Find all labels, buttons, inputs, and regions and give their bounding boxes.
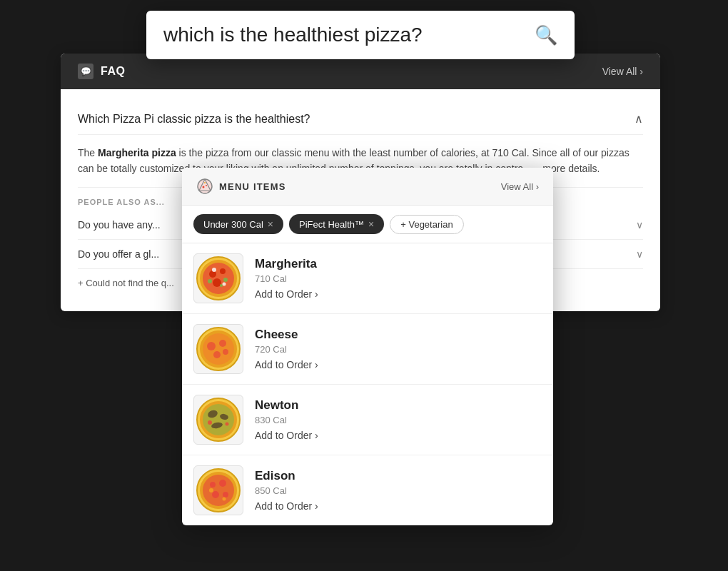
bold-pizza-name: Margherita pizza (98, 147, 176, 158)
filter-pifect-health-label: PiFect Health™ (299, 219, 364, 230)
svg-point-39 (212, 491, 219, 498)
filter-tags-bar: Under 300 Cal × PiFect Health™ × + Veget… (182, 206, 553, 243)
svg-point-19 (203, 333, 234, 365)
menu-dropdown: MENU ITEMS View All › Under 300 Cal × Pi… (182, 168, 553, 525)
pizza-item-cheese[interactable]: Cheese 720 Cal Add to Order › (182, 314, 553, 385)
svg-point-32 (226, 423, 229, 426)
menu-dropdown-header: MENU ITEMS View All › (182, 168, 553, 206)
svg-point-20 (207, 342, 216, 350)
faq-view-all-button[interactable]: View All › (602, 66, 643, 77)
filter-vegetarian-label: + Vegetarian (400, 219, 453, 230)
svg-point-4 (204, 182, 206, 183)
svg-point-37 (210, 482, 216, 487)
svg-point-9 (220, 268, 226, 274)
svg-point-36 (203, 475, 234, 506)
filter-under-300-cal[interactable]: Under 300 Cal × (193, 214, 283, 234)
pizza-cal-margherita: 710 Cal (255, 273, 542, 284)
faq-main-question-text: Which Pizza Pi classic pizza is the heal… (78, 113, 310, 126)
svg-point-14 (212, 268, 216, 272)
pizza-name-cheese: Cheese (255, 328, 542, 342)
svg-point-11 (208, 279, 212, 283)
svg-point-41 (209, 488, 213, 492)
svg-point-42 (223, 497, 226, 501)
pizza-info-margherita: Margherita 710 Cal Add to Order › (255, 257, 542, 300)
add-to-order-margherita[interactable]: Add to Order › (255, 288, 542, 300)
menu-view-all-button[interactable]: View All › (501, 181, 539, 192)
svg-point-31 (208, 420, 212, 425)
pizza-cal-edison: 850 Cal (255, 485, 542, 496)
svg-point-7 (203, 263, 234, 294)
cant-find-text[interactable]: + Could not find the q... (78, 278, 174, 288)
chevron-up-icon (635, 112, 643, 126)
svg-point-15 (223, 283, 226, 286)
pizza-name-margherita: Margherita (255, 257, 542, 271)
sub-question-2-text: Do you offer a gl... (78, 248, 159, 260)
faq-title: FAQ (101, 65, 125, 78)
pizza-cal-newton: 830 Cal (255, 415, 542, 425)
menu-items-label: MENU ITEMS (219, 181, 286, 192)
pizza-item-edison[interactable]: Edison 850 Cal Add to Order › (182, 455, 553, 525)
svg-point-21 (219, 340, 226, 347)
search-input[interactable]: which is the healthiest pizza? (163, 24, 535, 46)
pizza-item-newton[interactable]: Newton 830 Cal Add to Order › (182, 385, 553, 455)
chevron-down-icon-1 (636, 219, 643, 231)
svg-point-40 (223, 492, 228, 497)
search-bar: which is the healthiest pizza? 🔍 (146, 11, 575, 59)
faq-icon: 💬 (78, 64, 93, 79)
pizza-img-cheese (193, 324, 243, 374)
add-to-order-cheese[interactable]: Add to Order › (255, 359, 542, 370)
filter-vegetarian[interactable]: + Vegetarian (390, 215, 463, 234)
faq-header-left: 💬 FAQ (78, 64, 125, 79)
pizza-info-newton: Newton 830 Cal Add to Order › (255, 398, 542, 441)
pizza-info-edison: Edison 850 Cal Add to Order › (255, 469, 542, 512)
pizza-cal-cheese: 720 Cal (255, 344, 542, 355)
pizza-img-margherita (193, 253, 243, 303)
svg-point-3 (206, 185, 207, 186)
faq-main-question[interactable]: Which Pizza Pi classic pizza is the heal… (78, 103, 643, 135)
chevron-down-icon-2 (636, 248, 643, 260)
filter-under-300-cal-remove[interactable]: × (268, 218, 273, 230)
pizza-img-newton (193, 395, 243, 445)
pizza-brand-icon (196, 178, 213, 195)
filter-pifect-health[interactable]: PiFect Health™ × (289, 214, 384, 234)
svg-point-23 (223, 349, 228, 355)
svg-point-2 (203, 186, 205, 188)
pizza-name-edison: Edison (255, 469, 542, 483)
filter-pifect-health-remove[interactable]: × (368, 218, 374, 230)
pizza-info-cheese: Cheese 720 Cal Add to Order › (255, 328, 542, 370)
svg-point-22 (213, 351, 221, 358)
search-icon[interactable]: 🔍 (535, 24, 557, 46)
add-to-order-newton[interactable]: Add to Order › (255, 430, 542, 441)
menu-header-left: MENU ITEMS (196, 178, 286, 195)
pizza-name-newton: Newton (255, 398, 542, 413)
filter-under-300-cal-label: Under 300 Cal (203, 219, 263, 230)
sub-question-1-text: Do you have any... (78, 219, 161, 231)
svg-point-12 (223, 278, 228, 282)
pizza-img-edison (193, 465, 243, 515)
pizza-item-margherita[interactable]: Margherita 710 Cal Add to Order › (182, 243, 553, 314)
svg-point-27 (203, 404, 234, 435)
add-to-order-edison[interactable]: Add to Order › (255, 500, 542, 512)
svg-point-13 (220, 284, 223, 287)
svg-point-38 (219, 480, 226, 487)
